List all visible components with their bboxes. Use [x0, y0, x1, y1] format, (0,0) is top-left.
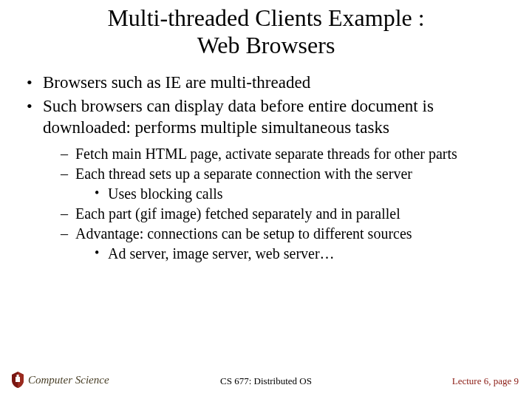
title-line-1: Multi-threaded Clients Example :: [107, 4, 424, 31]
page-number: Lecture 6, page 9: [452, 375, 519, 387]
sub-bullet-item: Each part (gif image) fetched separately…: [61, 205, 510, 223]
sub-bullet-text: Each thread sets up a separate connectio…: [75, 166, 412, 182]
bullet-text: Browsers such as IE are multi-threaded: [43, 73, 310, 92]
bullet-list: Browsers such as IE are multi-threaded S…: [22, 72, 510, 263]
sub-bullet-item: Fetch main HTML page, activate separate …: [61, 145, 510, 163]
svg-rect-0: [16, 377, 20, 382]
slide: Multi-threaded Clients Example : Web Bro…: [0, 0, 532, 399]
sub-bullet-list: Fetch main HTML page, activate separate …: [43, 145, 510, 263]
subsub-bullet-list: Ad server, image server, web server…: [75, 245, 510, 263]
sub-bullet-item: Advantage: connections can be setup to d…: [61, 225, 510, 263]
sub-bullet-text: Each part (gif image) fetched separately…: [75, 205, 400, 222]
footer: Computer Science CS 677: Distributed OS …: [0, 369, 532, 389]
subsub-bullet-text: Ad server, image server, web server…: [108, 245, 335, 262]
bullet-text: Such browsers can display data before en…: [43, 97, 434, 137]
slide-title: Multi-threaded Clients Example : Web Bro…: [0, 0, 532, 59]
subsub-bullet-list: Uses blocking calls: [75, 185, 510, 203]
svg-rect-1: [17, 375, 19, 378]
footer-left: Computer Science: [10, 371, 109, 389]
department-label: Computer Science: [28, 374, 109, 386]
umass-logo-icon: [10, 371, 25, 389]
bullet-item: Such browsers can display data before en…: [22, 96, 510, 263]
slide-body: Browsers such as IE are multi-threaded S…: [0, 59, 532, 263]
course-label: CS 677: Distributed OS: [220, 375, 312, 387]
sub-bullet-text: Fetch main HTML page, activate separate …: [75, 146, 457, 162]
bullet-item: Browsers such as IE are multi-threaded: [22, 72, 510, 94]
subsub-bullet-item: Ad server, image server, web server…: [95, 245, 510, 263]
sub-bullet-text: Advantage: connections can be setup to d…: [75, 225, 412, 242]
subsub-bullet-text: Uses blocking calls: [108, 185, 223, 202]
sub-bullet-item: Each thread sets up a separate connectio…: [61, 165, 510, 203]
subsub-bullet-item: Uses blocking calls: [95, 185, 510, 203]
title-line-2: Web Browsers: [197, 32, 335, 58]
